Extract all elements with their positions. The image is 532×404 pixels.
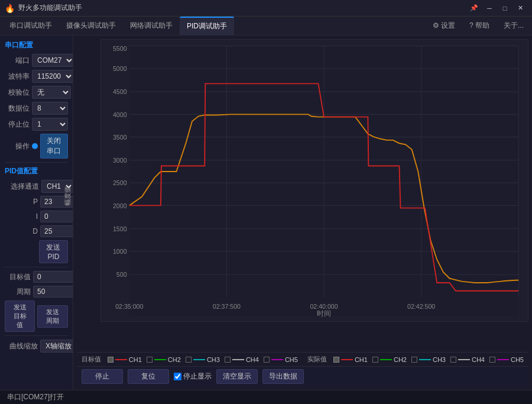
chart-svg: 500 1000 1500 2000 2500 3000 3500 4000 4… <box>101 40 528 319</box>
svg-text:4000: 4000 <box>113 111 127 118</box>
pause-display-checkbox[interactable] <box>174 373 181 380</box>
p-row: P <box>5 196 68 208</box>
bottom-bar: 停止 复位 停止显示 清空显示 导出数据 <box>77 366 528 386</box>
legend-target-ch3-label: CH3 <box>207 356 220 363</box>
port-select[interactable]: COM27COM1COM2 <box>32 54 73 67</box>
svg-text:3500: 3500 <box>113 134 127 141</box>
legend-target-ch3-checkbox[interactable] <box>186 357 192 363</box>
legend-actual-ch2[interactable]: CH2 <box>372 356 407 363</box>
data-row: 数据位 876 <box>5 102 68 115</box>
svg-text:02:42:500: 02:42:500 <box>407 303 435 310</box>
serial-status-dot <box>32 143 38 149</box>
p-label: P <box>5 198 38 206</box>
data-label: 数据位 <box>5 104 30 114</box>
chart-area: 幅度值 <box>73 35 532 390</box>
status-bar: 串口[COM27]打开 <box>0 390 532 404</box>
y-axis-label: 幅度值 <box>63 186 72 205</box>
tab-camera[interactable]: 摄像头调试助手 <box>59 17 123 35</box>
export-button[interactable]: 导出数据 <box>262 369 304 384</box>
svg-text:500: 500 <box>116 271 127 278</box>
legend-actual-ch4[interactable]: CH4 <box>450 356 485 363</box>
legend-target-ch5-line <box>271 359 283 360</box>
legend-target-ch2-checkbox[interactable] <box>147 357 153 363</box>
send-pid-row: 发送PID <box>39 240 68 263</box>
legend-actual-ch1-line <box>341 359 353 360</box>
legend-actual-ch2-line <box>380 359 392 360</box>
reset-button[interactable]: 复位 <box>128 369 169 384</box>
send-target-button[interactable]: 发送目标值 <box>5 300 35 332</box>
pin-button[interactable]: 📌 <box>467 3 481 14</box>
legend-target-ch2-label: CH2 <box>168 356 181 363</box>
tab-serial[interactable]: 串口调试助手 <box>2 17 59 35</box>
minimize-button[interactable]: ─ <box>482 3 497 14</box>
stop-select[interactable]: 11.52 <box>32 118 68 131</box>
send-period-button[interactable]: 发送周期 <box>37 305 67 328</box>
menu-right: ⚙ 设置 ? 帮助 关于... <box>427 19 530 33</box>
legend-target-ch3[interactable]: CH3 <box>186 356 220 363</box>
legend-target-ch5-label: CH5 <box>285 356 298 363</box>
chart-container[interactable]: 500 1000 1500 2000 2500 3000 3500 4000 4… <box>100 39 528 322</box>
legend-actual-ch3[interactable]: CH3 <box>411 356 446 363</box>
d-input[interactable] <box>40 225 73 237</box>
baud-label: 波特率 <box>5 72 30 82</box>
d-label: D <box>5 227 38 235</box>
legend-target-ch5[interactable]: CH5 <box>264 356 298 363</box>
help-button[interactable]: ? 帮助 <box>463 19 495 33</box>
legend-actual-ch5-checkbox[interactable] <box>489 357 495 363</box>
clear-button[interactable]: 清空显示 <box>216 369 258 384</box>
legend-target-ch1[interactable]: CH1 <box>108 356 142 363</box>
legend-actual-ch1[interactable]: CH1 <box>333 356 368 363</box>
about-button[interactable]: 关于... <box>498 19 530 33</box>
legend-actual-ch5[interactable]: CH5 <box>489 356 524 363</box>
tab-network[interactable]: 网络调试助手 <box>123 17 180 35</box>
app-title: 野火多功能调试助手 <box>18 3 467 13</box>
legend-target-ch2[interactable]: CH2 <box>147 356 181 363</box>
svg-text:2500: 2500 <box>113 179 127 186</box>
legend-target-ch1-checkbox[interactable] <box>108 357 113 363</box>
port-label: 端口 <box>5 56 30 66</box>
maximize-button[interactable]: □ <box>498 3 512 14</box>
parity-row: 校验位 无奇校验偶校验 <box>5 86 68 99</box>
legend-actual-ch4-checkbox[interactable] <box>450 357 456 363</box>
legend-actual-ch3-checkbox[interactable] <box>411 357 417 363</box>
target-input[interactable] <box>33 271 73 283</box>
close-serial-button[interactable]: 关闭串口 <box>40 134 68 159</box>
stop-row: 停止位 11.52 <box>5 118 68 131</box>
period-label: 周期 <box>5 287 31 297</box>
serial-config-title: 串口配置 <box>5 40 68 50</box>
i-input[interactable] <box>40 211 73 222</box>
i-label: I <box>5 212 38 221</box>
legend-area: 目标值 CH1 CH2 CH3 <box>77 352 528 366</box>
send-pid-button[interactable]: 发送PID <box>39 240 68 263</box>
legend-target-ch4[interactable]: CH4 <box>225 356 259 363</box>
status-text: 串口[COM27]打开 <box>7 392 64 402</box>
data-select[interactable]: 876 <box>32 102 68 115</box>
svg-text:2000: 2000 <box>113 202 127 209</box>
svg-text:时间: 时间 <box>317 309 331 317</box>
settings-button[interactable]: ⚙ 设置 <box>427 19 461 33</box>
window-controls: 📌 ─ □ ✕ <box>467 3 527 14</box>
chart-wrapper: 幅度值 <box>77 39 528 352</box>
legend-target-ch3-line <box>193 359 205 360</box>
port-row: 端口 COM27COM1COM2 <box>5 54 68 67</box>
legend-actual-row: 实际值 CH1 CH2 CH3 <box>307 355 524 364</box>
close-button[interactable]: ✕ <box>513 3 527 14</box>
left-panel: 串口配置 端口 COM27COM1COM2 波特率 11520096005760… <box>0 35 73 390</box>
legend-actual-ch2-checkbox[interactable] <box>372 357 378 363</box>
menu-bar: 串口调试助手 摄像头调试助手 网络调试助手 PID调试助手 ⚙ 设置 ? 帮助 … <box>0 17 532 35</box>
legend-target-ch2-line <box>154 359 166 360</box>
parity-select[interactable]: 无奇校验偶校验 <box>32 86 71 99</box>
curve-select[interactable]: X轴缩放Y轴缩放自动缩放 <box>40 340 73 353</box>
legend-target-ch5-checkbox[interactable] <box>264 357 270 363</box>
pause-display-label[interactable]: 停止显示 <box>174 371 212 382</box>
period-input[interactable] <box>33 286 73 298</box>
tab-pid[interactable]: PID调试助手 <box>180 17 234 35</box>
op-row: 操作 关闭串口 <box>5 134 68 159</box>
legend-target-ch4-checkbox[interactable] <box>225 357 231 363</box>
legend-actual-ch1-label: CH1 <box>355 356 368 363</box>
stop-button[interactable]: 停止 <box>82 369 123 384</box>
baud-select[interactable]: 115200960057600 <box>32 70 73 83</box>
target-label: 目标值 <box>5 272 31 282</box>
legend-actual-ch1-checkbox[interactable] <box>333 357 339 363</box>
i-row: I <box>5 211 68 222</box>
